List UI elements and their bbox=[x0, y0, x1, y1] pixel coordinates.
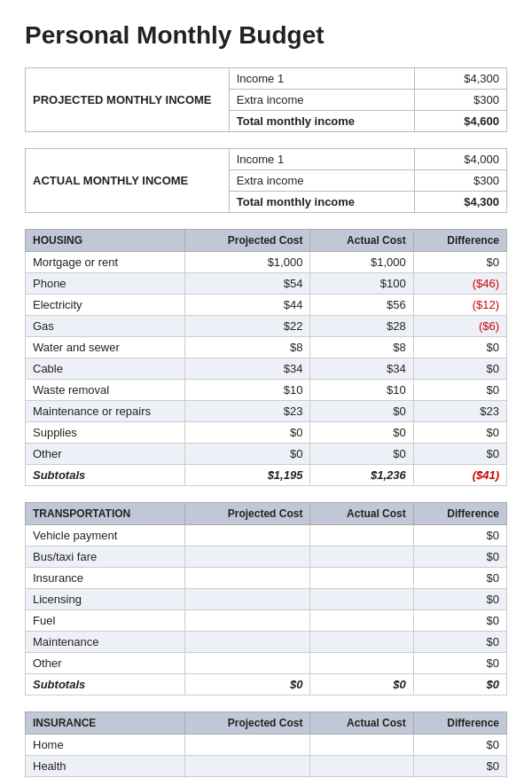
row-projected: $54 bbox=[185, 273, 310, 295]
row-projected: $0 bbox=[185, 422, 310, 444]
row-category: Waste removal bbox=[26, 380, 185, 401]
row-category: Other bbox=[26, 653, 185, 674]
row-actual bbox=[310, 632, 413, 653]
row-projected: $1,000 bbox=[185, 252, 310, 273]
row-difference: $0 bbox=[413, 444, 506, 465]
row-projected: $34 bbox=[185, 358, 310, 380]
row-difference: ($12) bbox=[413, 295, 506, 316]
actual-income-section: ACTUAL MONTHLY INCOMEIncome 1$4,000Extra… bbox=[25, 148, 507, 213]
income-row-value: $300 bbox=[414, 90, 506, 111]
insurance-section: INSURANCEProjected CostActual CostDiffer… bbox=[25, 711, 507, 778]
subtotals-projected: $0 bbox=[185, 674, 310, 695]
row-projected: $8 bbox=[185, 337, 310, 358]
column-header: Actual Cost bbox=[310, 712, 413, 735]
section-header: HOUSING bbox=[26, 230, 185, 252]
row-difference: $0 bbox=[413, 735, 506, 756]
subtotals-label: Subtotals bbox=[26, 465, 185, 486]
income-row-value: $300 bbox=[414, 170, 506, 192]
row-projected bbox=[185, 735, 310, 756]
income-row-value: $4,600 bbox=[414, 111, 506, 132]
row-difference: $0 bbox=[413, 422, 506, 444]
column-header: Actual Cost bbox=[310, 230, 413, 252]
income-row-value: $4,000 bbox=[414, 149, 506, 170]
row-category: Mortgage or rent bbox=[26, 252, 185, 273]
row-category: Vehicle payment bbox=[26, 525, 185, 546]
row-category: Water and sewer bbox=[26, 337, 185, 358]
row-projected bbox=[185, 632, 310, 653]
row-difference: $0 bbox=[413, 252, 506, 273]
row-projected bbox=[185, 610, 310, 632]
transportation-table: TRANSPORTATIONProjected CostActual CostD… bbox=[25, 502, 507, 695]
row-category: Electricity bbox=[26, 295, 185, 316]
insurance-table: INSURANCEProjected CostActual CostDiffer… bbox=[25, 711, 507, 778]
income-row-value: $4,300 bbox=[414, 68, 506, 90]
row-actual: $10 bbox=[310, 380, 413, 401]
column-header: Difference bbox=[413, 503, 506, 525]
income-row-name: Total monthly income bbox=[229, 111, 414, 132]
projected-income-table: PROJECTED MONTHLY INCOMEIncome 1$4,300Ex… bbox=[25, 67, 507, 132]
row-difference: $0 bbox=[413, 546, 506, 568]
income-label: ACTUAL MONTHLY INCOME bbox=[26, 149, 230, 213]
row-projected bbox=[185, 546, 310, 568]
actual-income-table: ACTUAL MONTHLY INCOMEIncome 1$4,000Extra… bbox=[25, 148, 507, 213]
subtotals-difference: $0 bbox=[413, 674, 506, 695]
subtotals-projected: $1,195 bbox=[185, 465, 310, 486]
projected-income-section: PROJECTED MONTHLY INCOMEIncome 1$4,300Ex… bbox=[25, 67, 507, 132]
row-difference: ($6) bbox=[413, 316, 506, 337]
row-actual bbox=[310, 525, 413, 546]
section-header: TRANSPORTATION bbox=[26, 503, 185, 525]
row-actual bbox=[310, 735, 413, 756]
row-category: Fuel bbox=[26, 610, 185, 632]
income-row-value: $4,300 bbox=[414, 192, 506, 213]
row-difference: $23 bbox=[413, 401, 506, 422]
transportation-section: TRANSPORTATIONProjected CostActual CostD… bbox=[25, 502, 507, 695]
row-actual bbox=[310, 589, 413, 610]
row-projected bbox=[185, 568, 310, 589]
column-header: Difference bbox=[413, 230, 506, 252]
row-actual bbox=[310, 756, 413, 777]
row-difference: $0 bbox=[413, 525, 506, 546]
row-actual: $34 bbox=[310, 358, 413, 380]
row-difference: $0 bbox=[413, 632, 506, 653]
row-difference: $0 bbox=[413, 610, 506, 632]
income-row-name: Extra income bbox=[229, 170, 414, 192]
page-title: Personal Monthly Budget bbox=[25, 21, 507, 50]
row-difference: $0 bbox=[413, 380, 506, 401]
column-header: Actual Cost bbox=[310, 503, 413, 525]
row-category: Other bbox=[26, 444, 185, 465]
row-actual: $0 bbox=[310, 444, 413, 465]
row-category: Health bbox=[26, 756, 185, 777]
row-projected: $44 bbox=[185, 295, 310, 316]
row-category: Maintenance or repairs bbox=[26, 401, 185, 422]
row-category: Supplies bbox=[26, 422, 185, 444]
column-header: Projected Cost bbox=[185, 503, 310, 525]
row-actual: $28 bbox=[310, 316, 413, 337]
section-header: INSURANCE bbox=[26, 712, 185, 735]
row-category: Cable bbox=[26, 358, 185, 380]
income-label: PROJECTED MONTHLY INCOME bbox=[26, 68, 230, 132]
row-category: Maintenance bbox=[26, 632, 185, 653]
row-projected bbox=[185, 589, 310, 610]
row-category: Home bbox=[26, 735, 185, 756]
row-difference: $0 bbox=[413, 568, 506, 589]
row-actual bbox=[310, 546, 413, 568]
row-actual: $100 bbox=[310, 273, 413, 295]
column-header: Projected Cost bbox=[185, 230, 310, 252]
income-row-name: Income 1 bbox=[229, 149, 414, 170]
income-row-name: Total monthly income bbox=[229, 192, 414, 213]
row-projected bbox=[185, 653, 310, 674]
row-actual: $0 bbox=[310, 401, 413, 422]
row-projected: $0 bbox=[185, 444, 310, 465]
row-projected bbox=[185, 756, 310, 777]
row-actual: $1,000 bbox=[310, 252, 413, 273]
row-actual: $0 bbox=[310, 422, 413, 444]
housing-section: HOUSINGProjected CostActual CostDifferen… bbox=[25, 229, 507, 486]
row-category: Insurance bbox=[26, 568, 185, 589]
row-category: Phone bbox=[26, 273, 185, 295]
row-projected: $23 bbox=[185, 401, 310, 422]
row-category: Bus/taxi fare bbox=[26, 546, 185, 568]
row-category: Gas bbox=[26, 316, 185, 337]
income-row-name: Income 1 bbox=[229, 68, 414, 90]
row-difference: $0 bbox=[413, 756, 506, 777]
row-actual bbox=[310, 568, 413, 589]
